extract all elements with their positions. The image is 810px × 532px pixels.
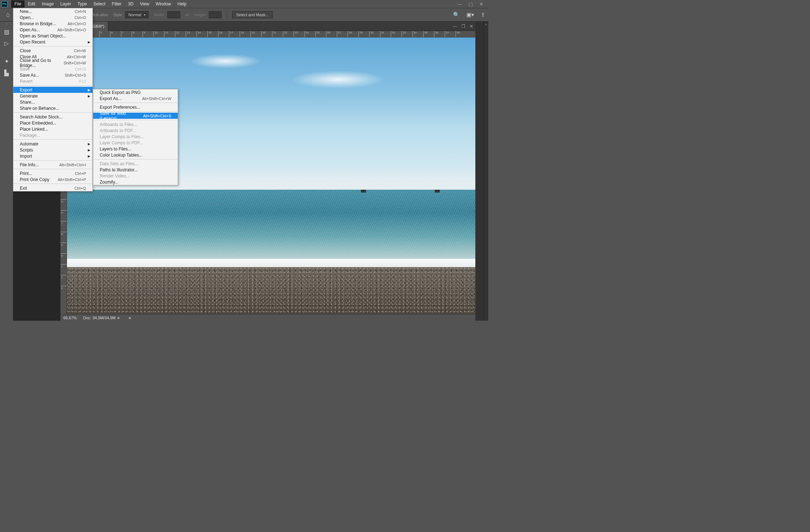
histogram-icon[interactable]: ▙ [1, 68, 12, 78]
file-menu-open-as-smart-object[interactable]: Open as Smart Object... [13, 33, 92, 39]
workspace-icon[interactable]: ▣▾ [466, 12, 474, 18]
style-select[interactable]: Normal▾ [125, 11, 149, 18]
file-menu-generate[interactable]: Generate▶ [13, 93, 92, 99]
doc-restore-icon[interactable]: ❐ [461, 24, 465, 29]
search-icon[interactable]: 🔍 [453, 12, 460, 18]
file-menu-revert: RevertF12 [13, 78, 92, 84]
file-menu-dropdown: New...Ctrl+NOpen...Ctrl+OBrowse in Bridg… [13, 8, 93, 191]
file-menu-scripts[interactable]: Scripts▶ [13, 147, 92, 153]
menu-help[interactable]: Help [174, 0, 190, 8]
vertical-scrollbar[interactable] [475, 22, 483, 321]
file-menu-place-embedded[interactable]: Place Embedded... [13, 120, 92, 126]
status-menu-icon[interactable]: ▶ [118, 316, 120, 320]
home-icon[interactable]: ⌂ [3, 10, 13, 20]
maximize-icon[interactable]: ▢ [469, 1, 473, 7]
width-value [167, 11, 180, 18]
menu-file[interactable]: File [11, 0, 24, 8]
swap-icon[interactable]: ⇄ [185, 12, 189, 18]
file-menu-close-and-go-to-bridge[interactable]: Close and Go to Bridge...Shift+Ctrl+W [13, 60, 92, 66]
file-menu-new[interactable]: New...Ctrl+N [13, 8, 92, 14]
share-icon[interactable]: ⇪ [481, 12, 485, 18]
close-icon[interactable]: ✕ [479, 1, 483, 7]
file-menu-open-recent[interactable]: Open Recent▶ [13, 39, 92, 45]
export-menu-zoomify[interactable]: Zoomify... [93, 179, 178, 185]
width-label: Width: [154, 13, 165, 17]
file-menu-automate[interactable]: Automate▶ [13, 141, 92, 147]
menu-type[interactable]: Type [74, 0, 90, 8]
tools-panel: » ▧ ▷ ✦ ▙ [0, 22, 13, 321]
menu-edit[interactable]: Edit [24, 0, 39, 8]
export-menu-quick-export-as-png[interactable]: Quick Export as PNG [93, 89, 178, 95]
file-menu-share-on-behance[interactable]: Share on Behance... [13, 105, 92, 111]
zoom-level[interactable]: 66,67% [63, 316, 77, 320]
file-menu-search-adobe-stock[interactable]: Search Adobe Stock... [13, 114, 92, 120]
app-logo: Ps [1, 1, 8, 7]
play-icon[interactable]: ▷ [1, 38, 12, 48]
file-menu-file-info[interactable]: File Info...Alt+Shift+Ctrl+I [13, 162, 92, 168]
file-menu-import[interactable]: Import▶ [13, 153, 92, 159]
export-menu-export-preferences[interactable]: Export Preferences... [93, 104, 178, 110]
status-prev-icon[interactable]: ◀ [128, 316, 131, 320]
menubar: Ps FileEditImageLayerTypeSelectFilter3DV… [0, 0, 488, 8]
menu-view[interactable]: View [137, 0, 153, 8]
file-menu-save-as[interactable]: Save As...Shift+Ctrl+S [13, 72, 92, 78]
menu-image[interactable]: Image [39, 0, 57, 8]
doc-close-icon[interactable]: ✕ [470, 24, 473, 29]
menu-window[interactable]: Window [153, 0, 175, 8]
expand-tools-icon[interactable]: » [0, 22, 13, 25]
file-menu-print-one-copy[interactable]: Print One CopyAlt+Shift+Ctrl+P [13, 176, 92, 182]
file-menu-export[interactable]: Export▶ [13, 87, 92, 93]
export-menu-data-sets-as-files: Data Sets as Files... [93, 161, 178, 167]
export-menu-layer-comps-to-pdf: Layer Comps to PDF... [93, 140, 178, 146]
file-menu-exit[interactable]: ExitCtrl+Q [13, 185, 92, 191]
export-menu-artboards-to-pdf: Artboards to PDF... [93, 127, 178, 134]
style-label: Style: [113, 13, 123, 17]
export-submenu-dropdown: Quick Export as PNGExport As...Alt+Shift… [93, 89, 178, 185]
menu-layer[interactable]: Layer [57, 0, 74, 8]
export-menu-export-as[interactable]: Export As...Alt+Shift+Ctrl+W [93, 95, 178, 102]
export-menu-artboards-to-files: Artboards to Files... [93, 121, 178, 127]
frame-tool-icon[interactable]: ▧ [1, 27, 12, 37]
file-menu-open[interactable]: Open...Ctrl+O [13, 14, 92, 21]
export-menu-save-for-web-legacy[interactable]: Save for Web (Legacy)...Alt+Shift+Ctrl+S [93, 113, 178, 119]
file-menu-package: Package... [13, 132, 92, 138]
export-menu-paths-to-illustrator[interactable]: Paths to Illustrator... [93, 167, 178, 173]
file-menu-open-as[interactable]: Open As...Alt+Shift+Ctrl+O [13, 27, 92, 33]
menu-3d[interactable]: 3D [125, 0, 136, 8]
horizontal-ruler[interactable]: 2345678910111213141516171819202122232425… [67, 31, 475, 37]
menu-filter[interactable]: Filter [109, 0, 125, 8]
file-menu-place-linked[interactable]: Place Linked... [13, 126, 92, 132]
file-menu-save: SaveCtrl+S [13, 66, 92, 72]
options-bar-right: 🔍 ▣▾ ⇪ [453, 8, 485, 22]
file-menu-share[interactable]: Share... [13, 99, 92, 105]
export-menu-color-lookup-tables[interactable]: Color Lookup Tables... [93, 152, 178, 158]
file-menu-print[interactable]: Print...Ctrl+P [13, 170, 92, 176]
document-tab-bar: PG @ 66,7% (RGB/8*) — ❐ ✕ [60, 22, 475, 31]
minimize-icon[interactable]: — [457, 1, 462, 7]
export-menu-layer-comps-to-files: Layer Comps to Files... [93, 134, 178, 140]
status-bar: 66,67% Doc: 34,9M/34,9M▶ ◀ [60, 314, 475, 321]
menu-select[interactable]: Select [90, 0, 108, 8]
file-menu-browse-in-bridge[interactable]: Browse in Bridge...Alt+Ctrl+O [13, 21, 92, 27]
window-controls: — ▢ ✕ [457, 0, 488, 8]
height-value [209, 11, 222, 18]
height-label: Height: [194, 13, 207, 17]
select-and-mask-button[interactable]: Select and Mask... [232, 11, 273, 18]
right-panel-dock[interactable]: « [483, 22, 488, 321]
export-menu-layers-to-files[interactable]: Layers to Files... [93, 146, 178, 152]
doc-size-label[interactable]: Doc: 34,9M/34,9M [83, 316, 116, 320]
export-menu-render-video: Render Video... [93, 173, 178, 179]
compass-icon[interactable]: ✦ [1, 56, 12, 66]
doc-minimize-icon[interactable]: — [453, 24, 457, 29]
file-menu-close[interactable]: CloseCtrl+W [13, 48, 92, 54]
